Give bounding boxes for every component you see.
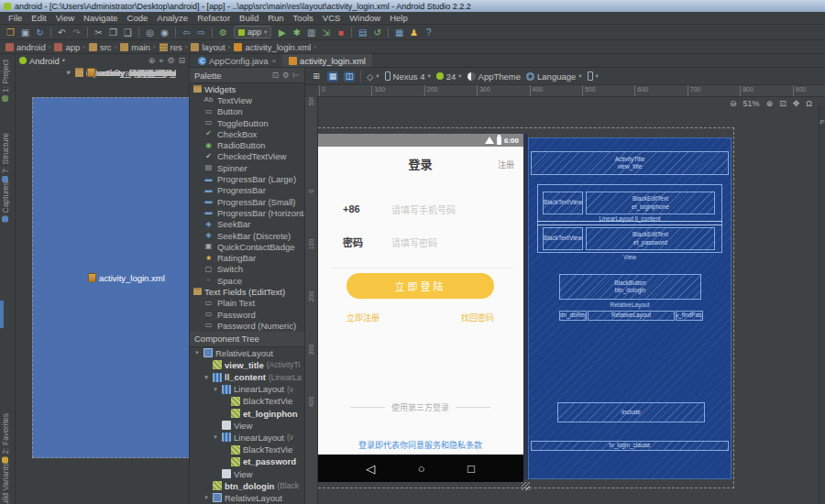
separator[interactable] bbox=[50, 27, 51, 38]
menu-item[interactable]: Analyze bbox=[152, 13, 192, 23]
tab-appconfig-java[interactable]: C AppConfig.java × bbox=[192, 54, 282, 67]
password-row[interactable]: 密码 请填写密码 bbox=[334, 236, 511, 247]
blueprint-btn-dologin[interactable]: BlackButtonbtn_dologin bbox=[559, 274, 701, 300]
palette-item[interactable]: ▬ ProgressBar (Large) bbox=[190, 173, 304, 184]
component-tree-row[interactable]: ▾ RelativeLayout bbox=[190, 347, 304, 359]
cut-icon[interactable]: ✂ bbox=[92, 27, 105, 38]
menu-item[interactable]: Edit bbox=[27, 13, 50, 23]
theme-select[interactable]: AppTheme bbox=[468, 71, 521, 82]
run-configuration-select[interactable]: app ▾ bbox=[234, 26, 271, 38]
close-icon[interactable]: × bbox=[271, 57, 276, 65]
menu-item[interactable]: File bbox=[4, 13, 27, 23]
palette-item[interactable]: ▫ Space bbox=[190, 275, 304, 286]
breadcrumb-item[interactable]: layout › bbox=[191, 42, 230, 52]
properties-panel-collapsed[interactable]: P bbox=[819, 105, 825, 504]
menu-item[interactable]: VCS bbox=[318, 13, 346, 23]
menu-item[interactable]: Refactor bbox=[192, 13, 235, 23]
tool-window-favorites[interactable]: 2: Favorites bbox=[1, 413, 10, 463]
password-input-placeholder[interactable]: 请填写密码 bbox=[391, 236, 437, 247]
recents-nav-icon[interactable]: □ bbox=[468, 462, 475, 476]
palette-item[interactable]: ▭ Password bbox=[190, 309, 304, 320]
separator[interactable] bbox=[87, 27, 88, 38]
tree-arrow-icon[interactable]: ▾ bbox=[212, 433, 219, 441]
blueprint-blacktextview-2[interactable]: BlackTextView bbox=[543, 227, 583, 250]
separator[interactable] bbox=[175, 27, 176, 38]
component-tree-row[interactable]: BlackTextVie bbox=[190, 395, 304, 407]
palette-item[interactable]: ◈ SeekBar (Discrete) bbox=[190, 230, 304, 241]
tree-arrow-icon[interactable]: ▾ bbox=[193, 349, 201, 356]
palette-item[interactable]: ▬ ProgressBar bbox=[190, 185, 304, 196]
palette-item[interactable]: ✔ CheckedTextView bbox=[190, 151, 304, 162]
blueprint-et-password[interactable]: BlackEditTextet_password bbox=[586, 227, 715, 250]
build-icon[interactable]: ⚙ bbox=[216, 27, 230, 38]
component-tree-row[interactable]: et_loginphon bbox=[190, 407, 304, 419]
separator[interactable] bbox=[388, 27, 389, 38]
component-tree-row[interactable]: ▾ ll_content (LinearLa bbox=[190, 371, 304, 383]
hide-panel-icon[interactable]: ⊟ bbox=[178, 56, 185, 66]
help-icon[interactable]: ? bbox=[422, 27, 435, 38]
menu-item[interactable]: View bbox=[51, 13, 79, 23]
palette-item[interactable]: ◉ RadioButton bbox=[190, 139, 304, 150]
palette-item[interactable]: ▭ Plain Text bbox=[190, 298, 304, 309]
stop-icon[interactable]: ■ bbox=[334, 27, 347, 38]
breadcrumb-item[interactable]: activity_login.xml › bbox=[234, 42, 315, 52]
palette-item[interactable]: ▤ Spinner bbox=[190, 162, 304, 173]
menu-item[interactable]: Window bbox=[345, 13, 385, 23]
breadcrumb-item[interactable]: main › bbox=[120, 42, 155, 52]
preview-icon[interactable]: ⊡ bbox=[272, 71, 279, 80]
resize-handle[interactable] bbox=[522, 482, 530, 490]
palette-item[interactable]: ◈ SeekBar bbox=[190, 219, 304, 230]
back-icon[interactable]: ⇦ bbox=[180, 27, 193, 38]
project-file-row[interactable]: activity_video_editor.xml bbox=[32, 67, 176, 78]
blueprint-include[interactable]: Include bbox=[557, 402, 705, 422]
target-device-select[interactable]: ▾ bbox=[588, 71, 599, 81]
forward-icon[interactable]: ⇨ bbox=[194, 27, 208, 38]
save-icon[interactable]: ▣ bbox=[18, 27, 32, 38]
project-file-row[interactable]: activity_login.xml bbox=[32, 97, 189, 458]
coverage-icon[interactable]: ▥ bbox=[304, 27, 318, 38]
register-now-link[interactable]: 立即注册 bbox=[346, 312, 380, 323]
phone-input-placeholder[interactable]: 请填写手机号码 bbox=[391, 203, 456, 214]
blueprint-view[interactable]: ActivityTitleview_title BlackTextView Bl… bbox=[528, 137, 732, 479]
gear-icon[interactable]: ⚙ bbox=[167, 56, 174, 66]
component-tree-row[interactable]: et_password bbox=[190, 455, 304, 467]
separator[interactable] bbox=[351, 27, 352, 38]
zoom-in-icon[interactable]: ⊕ bbox=[766, 99, 774, 108]
zoom-fit-icon[interactable]: ⊡ bbox=[779, 99, 786, 108]
scroll-to-source-icon[interactable]: ⌖ bbox=[159, 56, 163, 66]
breadcrumb-item[interactable]: android › bbox=[6, 42, 50, 52]
palette-item[interactable]: ▭ Password (Numeric) bbox=[190, 320, 304, 331]
register-link[interactable]: 注册 bbox=[498, 159, 514, 170]
project-view-selector[interactable]: Android bbox=[29, 56, 60, 66]
locate-icon[interactable]: ⊕ bbox=[148, 56, 156, 66]
device-select[interactable]: Nexus 4▾ bbox=[385, 71, 431, 82]
blueprint-mode-icon[interactable]: ◫ bbox=[344, 71, 355, 82]
blueprint-et-loginphone[interactable]: BlackEditTextet_loginphone bbox=[586, 192, 715, 214]
blueprint-btn-doreg[interactable]: btn_doReg bbox=[559, 311, 587, 321]
api-version-select[interactable]: 24▾ bbox=[436, 71, 462, 82]
component-tree-row[interactable]: ▾ LinearLayout (v bbox=[190, 432, 304, 444]
design-canvas[interactable]: 0100200300400500 ⊖ 51% ⊕ ⊡ ✥ Ω bbox=[305, 97, 825, 504]
copy-icon[interactable]: ❐ bbox=[106, 27, 120, 38]
run-icon[interactable]: ▶ bbox=[275, 27, 289, 38]
back-nav-icon[interactable]: ◁ bbox=[366, 462, 375, 476]
palette-item[interactable]: ▣ QuickContactBadge bbox=[190, 241, 304, 252]
tool-window-build-variants[interactable]: Build Variants bbox=[1, 463, 10, 504]
show-design-icon[interactable]: ⊞ bbox=[311, 71, 322, 82]
home-nav-icon[interactable]: ○ bbox=[418, 462, 425, 476]
attach-debugger-icon[interactable]: ⇲ bbox=[319, 27, 333, 38]
orientation-select[interactable]: ◇▾ bbox=[367, 71, 380, 82]
component-tree-row[interactable]: View bbox=[190, 420, 304, 432]
palette-item[interactable]: ▬ ProgressBar (Horizontal) bbox=[190, 207, 304, 218]
agreement-link[interactable]: 登录即代表你同意服务和隐私条款 bbox=[317, 439, 523, 451]
debug-icon[interactable]: ✱ bbox=[290, 27, 303, 38]
design-preview-phone[interactable]: 6:00 登录 注册 +86 请填写手机号码 密码 bbox=[317, 134, 523, 482]
component-tree-row[interactable]: View bbox=[190, 467, 304, 479]
hide-panel-icon[interactable]: ⊢ bbox=[293, 71, 300, 80]
tree-arrow-icon[interactable]: ▾ bbox=[203, 494, 210, 501]
tool-window-project[interactable]: 1: Project bbox=[1, 60, 10, 102]
component-tree-row[interactable]: BlackTextVie bbox=[190, 444, 304, 455]
design-mode-icon[interactable]: ▦ bbox=[327, 71, 338, 82]
palette-item[interactable]: ★ RatingBar bbox=[190, 252, 304, 263]
component-tree-row[interactable]: ▾ LinearLayout (v bbox=[190, 383, 304, 395]
